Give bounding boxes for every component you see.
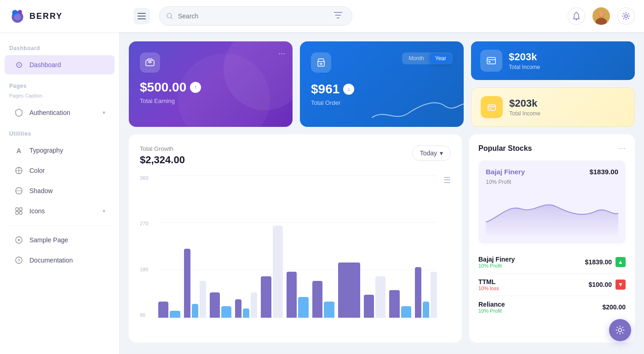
bar-blue-4 [243, 308, 249, 318]
bar-purple-5 [261, 276, 271, 318]
bar-group-1 [158, 302, 180, 318]
bar-purple-10 [389, 290, 399, 318]
order-card: Month Year $961 ↓ Total Order [300, 41, 464, 127]
svg-point-3 [14, 14, 21, 20]
bar-purple-9 [364, 295, 374, 318]
bar-group-2 [184, 249, 206, 318]
bar-group-6 [287, 272, 309, 318]
featured-stock-svg [486, 190, 618, 236]
bar-group-11 [415, 267, 437, 318]
featured-stock-chart [486, 190, 618, 236]
color-label: Color [29, 167, 45, 174]
icons-chevron: ▾ [103, 208, 105, 214]
income-yellow-icon [481, 96, 503, 118]
toggle-year-button[interactable]: Year [430, 53, 452, 63]
sidebar: Dashboard ⊙ Dashboard Pages Pages Captio… [0, 32, 120, 354]
stock-reliance-price-area: $200.00 [602, 303, 626, 311]
chart-header: Total Growth $2,324.00 Today ▾ [140, 145, 451, 166]
stocks-header: Popular Stocks ··· [478, 143, 626, 153]
settings-button[interactable] [617, 7, 635, 25]
svg-rect-37 [489, 108, 491, 109]
notification-button[interactable] [568, 7, 585, 25]
toggle-month-button[interactable]: Month [403, 53, 429, 63]
svg-point-12 [576, 19, 577, 21]
income-yellow-label: Total Income [509, 110, 540, 117]
sidebar-item-typography[interactable]: A Typography [5, 141, 115, 160]
stock-reliance-price: $200.00 [602, 303, 626, 311]
svg-line-8 [171, 17, 172, 19]
stock-reliance-name: Reliance [478, 301, 505, 308]
stock-row-bajaj: Bajaj Finery 10% Profit $1839.00 ▲ [478, 251, 626, 274]
stock-reliance-profit: 10% Profit [478, 308, 505, 314]
logo-text: BERRY [29, 11, 63, 21]
sample-page-label: Sample Page [29, 236, 68, 244]
sidebar-item-sample-page[interactable]: Sample Page [5, 230, 115, 250]
berry-logo-icon [9, 8, 26, 24]
sidebar-item-authentication[interactable]: Authentication ▾ [5, 103, 115, 122]
chart-amount: $2,324.00 [140, 154, 185, 166]
stocks-more-button[interactable]: ··· [619, 143, 626, 153]
logo-area: BERRY [9, 8, 124, 24]
order-amount-text: $961 [311, 82, 339, 97]
stock-row-ttml: TTML 10% loss $100.00 ▼ [478, 274, 626, 296]
sidebar-item-color[interactable]: Color [5, 161, 115, 180]
sidebar-item-shadow[interactable]: Shadow [5, 181, 115, 200]
bar-blue-1 [170, 311, 180, 318]
stock-bajaj-info: Bajaj Finery 10% Profit [478, 256, 515, 268]
bar-light-5 [273, 226, 283, 318]
main-layout: Dashboard ⊙ Dashboard Pages Pages Captio… [0, 32, 644, 354]
y-label-270: 270 [140, 221, 148, 226]
income-blue-amount: $203k [509, 51, 540, 63]
featured-stock: Bajaj Finery $1839.00 10% Profit [478, 160, 626, 244]
search-icon [166, 12, 173, 20]
right-cards: $203k Total Income $203k Total Income [471, 41, 635, 127]
bar-group-7 [312, 281, 334, 318]
svg-rect-21 [16, 208, 18, 211]
sidebar-section-utilities: Utilities [0, 127, 119, 140]
stocks-title: Popular Stocks [478, 144, 532, 153]
fab-settings-button[interactable] [609, 319, 631, 341]
sidebar-item-icons[interactable]: Icons ▾ [5, 201, 115, 221]
order-card-icon [311, 52, 331, 73]
bar-blue-7 [324, 302, 334, 318]
icons-label: Icons [29, 207, 45, 215]
stock-bajaj-name: Bajaj Finery [478, 256, 515, 263]
earning-card: ··· $500.00 ↑ Total Earning [129, 41, 293, 127]
search-input[interactable] [178, 12, 326, 20]
search-bar [159, 6, 352, 26]
bar-blue-6 [298, 297, 308, 318]
sidebar-section-dashboard: Dashboard [0, 41, 119, 54]
top-cards: ··· $500.00 ↑ Total Earning Month Year [129, 41, 635, 127]
svg-rect-34 [489, 61, 490, 63]
sidebar-pages-caption: Pages Caption [0, 92, 119, 102]
earning-label: Total Earning [140, 97, 282, 104]
featured-stock-profit: 10% Profit [486, 179, 511, 185]
chart-menu-button[interactable]: ☰ [443, 175, 451, 185]
earning-card-more-button[interactable]: ··· [278, 49, 285, 58]
chart-y-labels: 360 270 180 90 [140, 175, 148, 318]
stock-ttml-trend-down: ▼ [615, 280, 626, 290]
y-label-90: 90 [140, 312, 148, 318]
income-yellow-card: $203k Total Income [471, 87, 635, 127]
avatar[interactable] [592, 7, 610, 25]
svg-rect-22 [19, 208, 22, 211]
shadow-icon [14, 186, 24, 196]
income-blue-icon [480, 50, 502, 72]
bottom-section: Total Growth $2,324.00 Today ▾ ☰ [129, 134, 635, 343]
y-label-360: 360 [140, 175, 148, 181]
featured-stock-name: Bajaj Finery [486, 168, 525, 176]
stock-ttml-info: TTML 10% loss [478, 278, 499, 291]
svg-point-26 [18, 239, 20, 241]
hamburger-button[interactable] [133, 8, 150, 24]
svg-point-38 [619, 329, 622, 332]
today-filter-button[interactable]: Today ▾ [412, 145, 451, 161]
bar-group-8 [338, 263, 360, 318]
earning-amount-text: $500.00 [140, 80, 186, 95]
fab-gear-icon [615, 325, 625, 335]
filter-button[interactable] [331, 9, 345, 23]
sidebar-item-documentation[interactable]: ? Documentation [5, 251, 115, 270]
svg-point-2 [18, 10, 22, 14]
bar-purple-2 [184, 249, 190, 318]
sidebar-item-dashboard[interactable]: ⊙ Dashboard [5, 55, 115, 74]
bar-light-9 [375, 276, 385, 318]
